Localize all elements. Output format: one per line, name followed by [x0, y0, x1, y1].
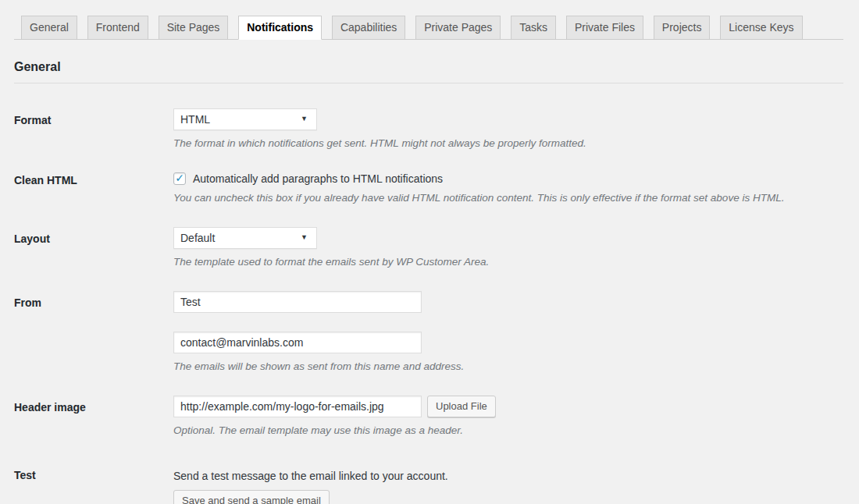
clean-html-checkbox-label[interactable]: Automatically add paragraphs to HTML not… — [193, 172, 443, 185]
tab-private-pages[interactable]: Private Pages — [415, 16, 501, 40]
settings-page: General Frontend Site Pages Notification… — [0, 0, 859, 504]
chevron-down-icon: ▼ — [301, 115, 308, 122]
layout-description: The template used to format the emails s… — [173, 256, 843, 268]
format-label: Format — [14, 108, 173, 149]
form-row-format: Format HTML ▼ The format in which notifi… — [14, 108, 843, 149]
from-email-input[interactable] — [173, 332, 422, 353]
section-title: General — [14, 60, 843, 83]
settings-tab-bar: General Frontend Site Pages Notification… — [14, 0, 843, 40]
tab-tasks[interactable]: Tasks — [511, 16, 556, 40]
chevron-down-icon: ▼ — [301, 234, 308, 241]
tab-private-files[interactable]: Private Files — [566, 16, 643, 40]
form-row-clean-html: Clean HTML ✓ Automatically add paragraph… — [14, 172, 843, 204]
tab-site-pages[interactable]: Site Pages — [159, 16, 229, 40]
clean-html-label: Clean HTML — [14, 172, 173, 204]
layout-select-value: Default — [180, 232, 215, 244]
from-label: From — [14, 291, 173, 372]
format-select-value: HTML — [180, 113, 210, 126]
tab-general[interactable]: General — [21, 16, 77, 40]
form-row-from: From The emails will be shown as sent fr… — [14, 291, 843, 372]
from-name-input[interactable] — [173, 291, 422, 313]
tab-frontend[interactable]: Frontend — [87, 16, 148, 40]
layout-label: Layout — [14, 227, 173, 268]
check-icon: ✓ — [175, 172, 184, 183]
header-image-description: Optional. The email template may use thi… — [173, 424, 843, 436]
header-image-url-input[interactable] — [173, 396, 422, 417]
test-label: Test — [14, 467, 173, 504]
tab-notifications[interactable]: Notifications — [238, 16, 322, 40]
tab-projects[interactable]: Projects — [654, 16, 711, 40]
save-and-send-sample-button[interactable]: Save and send a sample email — [173, 490, 330, 504]
form-row-layout: Layout Default ▼ The template used to fo… — [14, 227, 843, 268]
test-message-text: Send a test message to the email linked … — [173, 467, 843, 482]
layout-select[interactable]: Default ▼ — [173, 227, 317, 249]
from-description: The emails will be shown as sent from th… — [173, 360, 843, 372]
clean-html-description: You can uncheck this box if you already … — [173, 192, 843, 204]
clean-html-checkbox[interactable]: ✓ — [173, 172, 186, 185]
tab-license-keys[interactable]: License Keys — [720, 16, 802, 40]
tab-capabilities[interactable]: Capabilities — [332, 16, 405, 40]
header-image-label: Header image — [14, 396, 173, 436]
format-select[interactable]: HTML ▼ — [173, 108, 317, 130]
format-description: The format in which notifications get se… — [173, 137, 843, 149]
upload-file-button[interactable]: Upload File — [427, 396, 496, 417]
form-row-test: Test Send a test message to the email li… — [14, 467, 843, 504]
form-row-header-image: Header image Upload File Optional. The e… — [14, 396, 843, 436]
